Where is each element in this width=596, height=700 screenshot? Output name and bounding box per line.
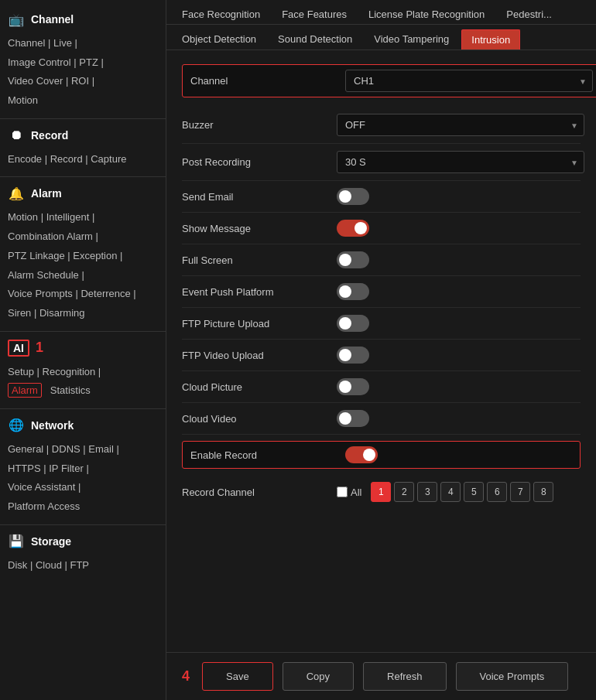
sidebar-item-voice-prompts[interactable]: Voice Prompts	[8, 288, 73, 299]
voice-prompts-button[interactable]: Voice Prompts	[456, 662, 569, 691]
sidebar-item-siren[interactable]: Siren	[8, 307, 31, 319]
alarm-icon: 🔔	[8, 185, 25, 202]
tabs-row-2: Object Detection Sound Detection Video T…	[166, 25, 596, 50]
channel-num-3[interactable]: 3	[417, 482, 437, 502]
sidebar-item-encode[interactable]: Encode	[8, 153, 42, 165]
sidebar-item-ptz-linkage[interactable]: PTZ Linkage	[8, 250, 65, 261]
channel-num-2[interactable]: 2	[394, 482, 414, 502]
sidebar-item-capture[interactable]: Capture	[91, 153, 126, 165]
send-email-control	[337, 188, 581, 205]
step-4-label: 4	[182, 668, 190, 685]
sidebar-item-motion[interactable]: Motion	[8, 211, 38, 223]
channel-num-4[interactable]: 4	[440, 482, 461, 502]
cloud-video-toggle[interactable]	[337, 410, 369, 427]
sidebar-item-cloud[interactable]: Cloud	[36, 559, 62, 571]
channel-num-6[interactable]: 6	[487, 482, 507, 502]
sidebar-item-platform-access[interactable]: Platform Access	[8, 500, 80, 512]
copy-button[interactable]: Copy	[283, 662, 354, 691]
sidebar-item-statistics[interactable]: Statistics	[50, 384, 91, 396]
channel-num-8[interactable]: 8	[533, 482, 553, 502]
bottom-bar: 4 Save Copy Refresh Voice Prompts	[166, 652, 596, 700]
sidebar-item-alarm-schedule[interactable]: Alarm Schedule	[8, 269, 79, 281]
form-area: Channel CH1 CH2 CH3 CH4 3 Buzzer	[166, 50, 596, 652]
sidebar-item-general[interactable]: General	[8, 443, 43, 455]
show-message-label: Show Message	[182, 223, 337, 234]
sidebar-item-exception[interactable]: Exception	[73, 250, 117, 261]
tab-face-recognition[interactable]: Face Recognition	[173, 5, 269, 24]
show-message-toggle[interactable]	[337, 220, 369, 237]
post-recording-row: Post Recording 10 S 20 S 30 S 60 S	[182, 144, 581, 181]
sidebar-item-ip-filter[interactable]: IP Filter	[49, 463, 84, 474]
cloud-video-label: Cloud Video	[182, 413, 337, 425]
sidebar-channel-links: Channel | Live | Image Control | PTZ | V…	[0, 32, 166, 115]
tab-video-tampering[interactable]: Video Tampering	[365, 29, 458, 50]
channel-all-wrapper: All	[337, 487, 361, 498]
enable-record-slider	[345, 446, 378, 463]
sidebar-section-channel: 📺 Channel Channel | Live | Image Control…	[0, 6, 166, 115]
sidebar-item-https[interactable]: HTTPS	[8, 463, 41, 474]
tab-object-detection[interactable]: Object Detection	[173, 29, 265, 50]
ftp-picture-toggle[interactable]	[337, 315, 369, 332]
sidebar-item-ddns[interactable]: DDNS	[52, 443, 80, 455]
full-screen-label: Full Screen	[182, 254, 337, 266]
enable-record-label: Enable Record	[190, 449, 345, 461]
save-button[interactable]: Save	[202, 662, 273, 691]
sidebar-section-network: 🌐 Network General | DDNS | Email | HTTPS…	[0, 412, 166, 521]
full-screen-slider	[337, 251, 369, 268]
buzzer-control: OFF ON	[337, 114, 584, 136]
sidebar-item-roi[interactable]: ROI	[71, 75, 89, 87]
tab-intrusion[interactable]: Intrusion	[461, 29, 520, 50]
sidebar-record-links: Encode | Record | Capture	[0, 149, 166, 174]
sidebar-item-voice-assistant[interactable]: Voice Assistant	[8, 481, 75, 493]
refresh-button[interactable]: Refresh	[363, 662, 447, 691]
ftp-video-toggle[interactable]	[337, 347, 369, 364]
tab-sound-detection[interactable]: Sound Detection	[269, 29, 361, 50]
sidebar-record-label: Record	[31, 129, 68, 142]
sidebar-header-channel: 📺 Channel	[0, 6, 166, 32]
buzzer-select-wrapper: OFF ON	[337, 114, 584, 136]
sidebar-item-video-cover[interactable]: Video Cover	[8, 75, 63, 87]
sidebar-item-live[interactable]: Live	[53, 37, 72, 49]
event-push-label: Event Push Platform	[182, 286, 337, 298]
cloud-picture-toggle[interactable]	[337, 378, 369, 395]
sidebar-item-record[interactable]: Record	[50, 153, 83, 165]
channel-num-7[interactable]: 7	[510, 482, 530, 502]
cloud-video-row: Cloud Video	[182, 403, 581, 435]
cloud-picture-slider	[337, 378, 369, 395]
record-channel-label: Record Channel	[182, 487, 337, 498]
sidebar-item-image-control[interactable]: Image Control	[8, 56, 71, 68]
ftp-video-row: FTP Video Upload	[182, 340, 581, 371]
tab-face-features[interactable]: Face Features	[272, 5, 356, 24]
sidebar-item-deterrence[interactable]: Deterrence	[80, 288, 130, 299]
sidebar-item-ftp[interactable]: FTP	[70, 559, 89, 571]
full-screen-toggle[interactable]	[337, 251, 369, 268]
event-push-toggle[interactable]	[337, 283, 369, 300]
channel-select[interactable]: CH1 CH2 CH3 CH4	[345, 70, 593, 92]
enable-record-toggle[interactable]	[345, 446, 378, 463]
post-recording-select-wrapper: 10 S 20 S 30 S 60 S	[337, 151, 584, 173]
channel-row: Channel CH1 CH2 CH3 CH4	[182, 64, 596, 97]
sidebar-item-setup[interactable]: Setup	[8, 366, 34, 377]
sidebar-item-intelligent[interactable]: Intelligent	[46, 211, 90, 223]
send-email-toggle[interactable]	[337, 188, 369, 205]
sidebar-item-disk[interactable]: Disk	[8, 559, 27, 571]
sidebar-item-channel[interactable]: Channel	[8, 37, 45, 49]
buzzer-select[interactable]: OFF ON	[337, 114, 584, 136]
channel-num-5[interactable]: 5	[464, 482, 484, 502]
sidebar-item-ptz[interactable]: PTZ	[79, 56, 98, 68]
channel-all-checkbox[interactable]	[337, 487, 348, 497]
sidebar-item-motion[interactable]: Motion	[8, 94, 38, 106]
sidebar-alarm-links: Motion | Intelligent | Combination Alarm…	[0, 207, 166, 327]
sidebar-storage-links: Disk | Cloud | FTP	[0, 555, 166, 580]
tab-license-plate[interactable]: License Plate Recognition	[359, 5, 494, 24]
sidebar-item-disarming[interactable]: Disarming	[39, 307, 85, 319]
sidebar-item-combination-alarm[interactable]: Combination Alarm	[8, 230, 93, 242]
tab-pedestrian[interactable]: Pedestri...	[497, 5, 561, 24]
sidebar-item-recognition[interactable]: Recognition	[43, 366, 96, 377]
channel-num-1[interactable]: 1	[371, 482, 391, 502]
sidebar-item-alarm-active[interactable]: Alarm	[8, 383, 42, 398]
sidebar-network-label: Network	[31, 419, 74, 432]
post-recording-select[interactable]: 10 S 20 S 30 S 60 S	[337, 151, 584, 173]
sidebar-item-email[interactable]: Email	[88, 443, 114, 455]
event-push-row: Event Push Platform	[182, 276, 581, 308]
